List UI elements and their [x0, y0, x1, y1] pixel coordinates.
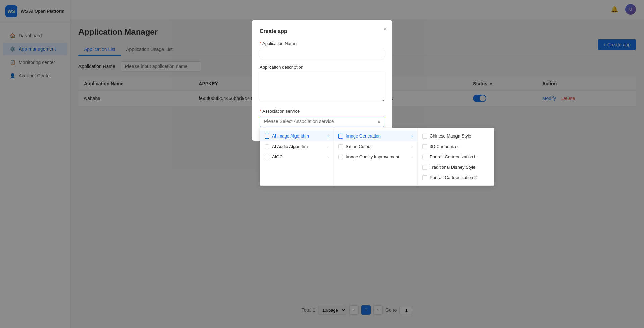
- checkbox-3d-cartoon[interactable]: [422, 144, 427, 149]
- portrait-cartoon2-label: Portrait Cartoonization 2: [430, 175, 477, 180]
- aigc-label: AIGC: [272, 154, 283, 159]
- image-gen-label: Image Generation: [346, 133, 381, 139]
- dropdown-item-chinese-manga[interactable]: Chinese Manga Style: [418, 131, 494, 141]
- dropdown-item-ai-audio[interactable]: AI Audio Algorithm ›: [260, 141, 333, 152]
- checkbox-chinese-manga[interactable]: [422, 134, 427, 139]
- checkbox-disney-style[interactable]: [422, 165, 427, 170]
- assoc-label: Association service: [260, 109, 384, 114]
- dropdown-item-portrait-cartoon2[interactable]: Portrait Cartoonization 2: [418, 172, 494, 183]
- ai-image-label: AI Image Algorithm: [272, 133, 309, 139]
- chevron-up-icon: ▲: [377, 119, 381, 124]
- assoc-service-group: Association service ▲ AI Image Algorithm…: [260, 109, 384, 127]
- dropdown-item-3d-cartoon[interactable]: 3D Cartoonizer: [418, 141, 494, 152]
- dropdown-item-disney-style[interactable]: Traditional Disney Style: [418, 162, 494, 172]
- app-desc-label: Application description: [260, 65, 384, 70]
- dropdown-item-smart-cutout[interactable]: Smart Cutout ›: [334, 141, 417, 152]
- chevron-right-icon-2: ›: [327, 145, 329, 149]
- dropdown-item-ai-image[interactable]: AI Image Algorithm ›: [260, 131, 333, 141]
- app-name-input[interactable]: [260, 48, 384, 59]
- dropdown-item-portrait-cartoon1[interactable]: Portrait Cartoonization1: [418, 152, 494, 162]
- smart-cutout-label: Smart Cutout: [346, 144, 372, 149]
- ai-audio-label: AI Audio Algorithm: [272, 144, 308, 149]
- app-desc-group: Application description: [260, 65, 384, 103]
- dropdown-item-aigc[interactable]: AIGC ›: [260, 152, 333, 162]
- dropdown-item-image-gen[interactable]: Image Generation ›: [334, 131, 417, 141]
- dropdown-col-3: Chinese Manga Style 3D Cartoonizer Portr…: [418, 128, 494, 185]
- checkbox-ai-image[interactable]: [265, 134, 269, 139]
- close-button[interactable]: ×: [383, 25, 387, 33]
- dropdown-col-2: Image Generation › Smart Cutout › Image …: [334, 128, 418, 185]
- assoc-service-input[interactable]: [260, 116, 384, 127]
- checkbox-ai-audio[interactable]: [265, 144, 269, 149]
- chevron-right-icon-4: ›: [411, 134, 413, 138]
- chinese-manga-label: Chinese Manga Style: [430, 133, 471, 139]
- create-app-modal: Create app × Application Name Applicatio…: [252, 20, 392, 141]
- chevron-right-icon-5: ›: [411, 145, 413, 149]
- app-name-label: Application Name: [260, 41, 384, 46]
- checkbox-aigc[interactable]: [265, 155, 269, 159]
- app-desc-input[interactable]: [260, 72, 384, 102]
- checkbox-img-quality[interactable]: [338, 155, 343, 159]
- chevron-right-icon: ›: [327, 134, 329, 138]
- checkbox-smart-cutout[interactable]: [338, 144, 343, 149]
- dropdown-panel: AI Image Algorithm › AI Audio Algorithm …: [260, 128, 494, 186]
- dropdown-col-1: AI Image Algorithm › AI Audio Algorithm …: [260, 128, 334, 185]
- chevron-right-icon-3: ›: [327, 155, 329, 159]
- checkbox-image-gen[interactable]: [338, 134, 343, 139]
- modal-title: Create app: [260, 28, 384, 34]
- app-name-group: Application Name: [260, 41, 384, 59]
- modal-overlay: Create app × Application Name Applicatio…: [0, 0, 644, 328]
- 3d-cartoon-label: 3D Cartoonizer: [430, 144, 459, 149]
- chevron-right-icon-6: ›: [411, 155, 413, 159]
- disney-style-label: Traditional Disney Style: [430, 165, 475, 170]
- checkbox-portrait-cartoon2[interactable]: [422, 175, 427, 180]
- assoc-input-wrapper: ▲ AI Image Algorithm › AI Audio Algorith…: [260, 116, 384, 127]
- img-quality-label: Image Quality Improvement: [346, 154, 399, 159]
- checkbox-portrait-cartoon1[interactable]: [422, 155, 427, 159]
- dropdown-item-img-quality[interactable]: Image Quality Improvement ›: [334, 152, 417, 162]
- portrait-cartoon1-label: Portrait Cartoonization1: [430, 154, 476, 159]
